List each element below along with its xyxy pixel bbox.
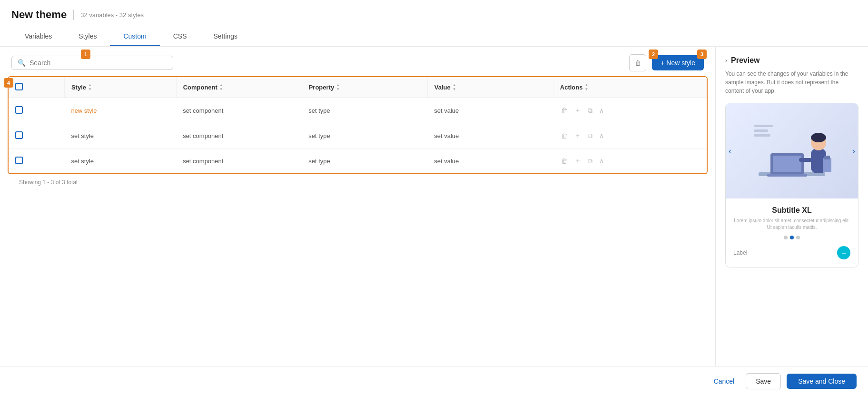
row2-add-icon[interactable]: ＋ <box>573 130 582 141</box>
sort-value: ▲ ▼ <box>453 83 456 91</box>
header-top: New theme 32 variables - 32 styles <box>11 9 857 21</box>
table-wrapper: Style ▲ ▼ Component <box>8 76 708 174</box>
row1-component[interactable]: set component <box>176 98 302 123</box>
save-and-close-button[interactable]: Save and Close <box>787 374 857 389</box>
save-button[interactable]: Save <box>746 373 781 389</box>
svg-point-9 <box>811 133 826 142</box>
search-box[interactable]: 🔍 <box>11 56 173 70</box>
row3-checkbox[interactable] <box>15 157 23 164</box>
main-container: New theme 32 variables - 32 styles Varia… <box>0 0 868 396</box>
svg-rect-5 <box>773 156 801 172</box>
row1-add-icon[interactable]: ＋ <box>573 105 582 116</box>
row1-style[interactable]: new style <box>64 98 176 123</box>
step-badge-2: 2 <box>649 50 658 59</box>
row1-copy-icon[interactable]: ⧉ <box>586 105 594 116</box>
arrow-right-icon: → <box>841 249 847 257</box>
row2-actions: 🗑 ＋ ⧉ ∧ <box>553 123 707 148</box>
tab-css[interactable]: CSS <box>160 28 200 46</box>
svg-rect-0 <box>754 125 773 127</box>
row1-actions: 🗑 ＋ ⧉ ∧ <box>553 98 707 123</box>
table-row: new style set component set type set val… <box>9 98 707 123</box>
row2-checkbox-cell <box>9 123 64 148</box>
search-icon: 🔍 <box>18 59 26 67</box>
content-area: 1 🔍 2 3 🗑 + New style <box>0 47 868 366</box>
row3-style[interactable]: set style <box>64 148 176 174</box>
row2-property[interactable]: set type <box>302 123 427 148</box>
new-style-button[interactable]: + New style <box>652 55 704 70</box>
preview-label-row: Label → <box>733 246 850 259</box>
preview-illustration: ‹ › <box>726 103 858 198</box>
row2-value[interactable]: set value <box>427 123 553 148</box>
row1-delete-icon[interactable]: 🗑 <box>560 105 569 116</box>
header-checkbox[interactable] <box>15 83 23 90</box>
preview-svg <box>744 110 839 191</box>
preview-prev-button[interactable]: ‹ <box>729 146 731 156</box>
styles-table: Style ▲ ▼ Component <box>9 77 707 173</box>
row1-checkbox[interactable] <box>15 106 23 114</box>
row3-checkbox-cell <box>9 148 64 174</box>
preview-title: Preview <box>731 56 760 65</box>
row2-component[interactable]: set component <box>176 123 302 148</box>
tab-settings[interactable]: Settings <box>200 28 251 46</box>
tab-variables[interactable]: Variables <box>11 28 65 46</box>
tab-bar: Variables Styles Custom CSS Settings <box>11 28 857 46</box>
row1-value[interactable]: set value <box>427 98 553 123</box>
row1-expand-icon[interactable]: ∧ <box>598 105 605 116</box>
dot-3[interactable] <box>796 236 800 239</box>
row2-delete-icon[interactable]: 🗑 <box>560 130 569 141</box>
row2-checkbox[interactable] <box>15 131 23 139</box>
right-panel: › Preview You can see the changes of you… <box>716 47 868 366</box>
preview-arrow-button[interactable]: → <box>837 246 850 259</box>
toolbar-right: 🗑 + New style <box>629 54 704 71</box>
toolbar: 1 🔍 2 3 🗑 + New style <box>0 47 715 76</box>
cancel-button[interactable]: Cancel <box>708 374 740 389</box>
col-header-style[interactable]: Style ▲ ▼ <box>64 77 176 98</box>
sort-property: ▲ ▼ <box>336 83 340 91</box>
step-badge-1: 1 <box>81 50 90 59</box>
step-badge-4: 4 <box>4 78 13 88</box>
trash-icon: 🗑 <box>635 59 641 67</box>
tab-styles[interactable]: Styles <box>65 28 110 46</box>
row2-copy-icon[interactable]: ⧉ <box>586 130 594 141</box>
row2-action-group: 🗑 ＋ ⧉ ∧ <box>560 130 700 141</box>
row3-copy-icon[interactable]: ⧉ <box>586 156 594 167</box>
preview-card: ‹ › Subtitle XL Lorem ipsum dolor sit am… <box>725 103 858 267</box>
svg-rect-6 <box>767 174 807 177</box>
row1-checkbox-cell <box>9 98 64 123</box>
preview-label: Label <box>733 249 747 256</box>
toolbar-left: 🔍 <box>11 56 173 70</box>
col-header-property[interactable]: Property ▲ ▼ <box>302 77 427 98</box>
row3-actions: 🗑 ＋ ⧉ ∧ <box>553 148 707 174</box>
tab-custom[interactable]: Custom <box>110 28 159 46</box>
row2-style[interactable]: set style <box>64 123 176 148</box>
delete-button[interactable]: 🗑 <box>629 54 646 71</box>
dot-1[interactable] <box>784 236 788 239</box>
search-input[interactable] <box>30 59 167 67</box>
new-style-label: + New style <box>661 59 695 67</box>
svg-rect-2 <box>754 134 770 137</box>
table-row: set style set component set type set val… <box>9 123 707 148</box>
row3-property[interactable]: set type <box>302 148 427 174</box>
page-title: New theme <box>11 9 67 21</box>
table-header-row: Style ▲ ▼ Component <box>9 77 707 98</box>
table-row: set style set component set type set val… <box>9 148 707 174</box>
row3-add-icon[interactable]: ＋ <box>573 155 582 167</box>
row3-action-group: 🗑 ＋ ⧉ ∧ <box>560 155 700 167</box>
preview-next-button[interactable]: › <box>852 146 855 156</box>
row3-component[interactable]: set component <box>176 148 302 174</box>
col-header-component[interactable]: Component ▲ ▼ <box>176 77 302 98</box>
sort-actions: ▲ ▼ <box>584 83 588 91</box>
dot-2[interactable] <box>790 236 794 239</box>
row1-action-group: 🗑 ＋ ⧉ ∧ <box>560 105 700 116</box>
preview-content: Subtitle XL Lorem ipsum dolor sit amet, … <box>726 198 858 267</box>
header-divider <box>73 10 74 20</box>
col-header-value[interactable]: Value ▲ ▼ <box>427 77 553 98</box>
row3-value[interactable]: set value <box>427 148 553 174</box>
row3-expand-icon[interactable]: ∧ <box>598 156 605 166</box>
col-header-checkbox <box>9 77 64 98</box>
row2-expand-icon[interactable]: ∧ <box>598 130 605 141</box>
sort-style: ▲ ▼ <box>88 83 92 91</box>
row3-delete-icon[interactable]: 🗑 <box>560 156 569 166</box>
row1-property[interactable]: set type <box>302 98 427 123</box>
col-header-actions[interactable]: Actions ▲ ▼ <box>553 77 707 98</box>
